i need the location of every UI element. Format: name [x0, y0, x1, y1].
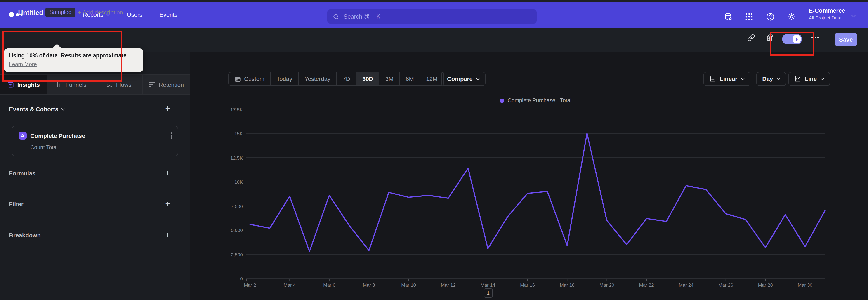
range-custom[interactable]: Custom: [229, 72, 271, 86]
y-axis-tick-label: 12.5K: [216, 155, 243, 160]
settings-gear-icon[interactable]: [786, 11, 797, 22]
tab-label: Funnels: [66, 81, 87, 88]
x-axis-tick-label: Mar 22: [639, 282, 654, 288]
interval-dropdown[interactable]: Day: [756, 72, 786, 86]
event-metric[interactable]: Count Total: [30, 144, 58, 151]
chevron-down-icon[interactable]: [852, 13, 855, 17]
tab-label: Retention: [159, 81, 184, 88]
top-navigation-bar: Boards Reports Users Events E-Commerce A…: [0, 2, 868, 28]
more-options-icon[interactable]: [811, 37, 819, 38]
legend-label: Complete Purchase - Total: [508, 97, 571, 103]
compare-dropdown[interactable]: Compare: [441, 72, 486, 86]
add-formula-button[interactable]: +: [163, 168, 173, 178]
compare-label: Compare: [447, 76, 473, 82]
save-button[interactable]: Save: [835, 33, 857, 46]
toggle-knob: [793, 35, 801, 43]
events-cohorts-header[interactable]: Events & Cohorts: [9, 106, 65, 113]
nav-item-events[interactable]: Events: [159, 11, 178, 18]
line-chart-icon: [794, 76, 801, 82]
flows-icon: [106, 81, 113, 88]
x-axis-tick-label: Mar 24: [679, 282, 693, 288]
copy-link-icon[interactable]: [746, 33, 756, 42]
range-label: Today: [277, 76, 292, 82]
range-6m[interactable]: 6M: [400, 72, 420, 86]
y-axis-tick-label: 5,000: [216, 228, 243, 233]
sampling-tooltip: Using 10% of data. Results are approxima…: [4, 49, 143, 72]
x-axis-tick-label: Mar 30: [798, 282, 812, 288]
sampled-badge[interactable]: Sampled: [45, 8, 76, 17]
date-range-segmented-control: Custom Today Yesterday 7D 30D 3M 6M 12M: [228, 72, 444, 86]
y-axis-tick-label: 2,500: [216, 251, 243, 257]
x-axis-tick-label: Mar 10: [401, 282, 416, 288]
tab-flows[interactable]: Flows: [95, 74, 143, 94]
range-7d[interactable]: 7D: [337, 72, 356, 86]
x-axis-tick-label: Mar 12: [441, 282, 456, 288]
breakdown-section-label: Breakdown: [9, 232, 41, 239]
chart-panel: Custom Today Yesterday 7D 30D 3M 6M 12M …: [190, 53, 868, 300]
x-axis-tick-label: Mar 16: [520, 282, 535, 288]
scale-label: Linear: [720, 76, 737, 82]
add-description-field[interactable]: + Add description...: [78, 9, 128, 16]
query-sidebar: Insights Funnels Flows Retention Events …: [0, 53, 190, 300]
range-label: 7D: [343, 76, 350, 82]
x-axis-tick-label: Mar 6: [323, 282, 336, 288]
chevron-down-icon: [476, 76, 480, 80]
event-kebab-menu-icon[interactable]: [171, 132, 172, 139]
pagination-page-1[interactable]: 1: [484, 289, 493, 298]
retention-icon: [149, 81, 156, 88]
range-label: 6M: [406, 76, 414, 82]
x-axis-tick-label: Mar 2: [244, 282, 256, 288]
header-divider: [829, 33, 829, 45]
range-yesterday[interactable]: Yesterday: [299, 72, 337, 86]
event-name: Complete Purchase: [30, 132, 85, 139]
chevron-down-icon: [61, 107, 65, 110]
chart-type-dropdown[interactable]: Line: [788, 72, 830, 86]
search-bar[interactable]: [327, 9, 537, 24]
tooltip-text: Using 10% of data. Results are approxima…: [9, 52, 138, 60]
y-axis-tick-label: 7,500: [216, 203, 243, 209]
nav-item-users[interactable]: Users: [127, 11, 142, 18]
tab-insights[interactable]: Insights: [0, 74, 48, 94]
add-filter-button[interactable]: +: [163, 199, 173, 209]
add-breakdown-button[interactable]: +: [163, 230, 173, 240]
project-selector[interactable]: E-Commerce All Project Data: [809, 7, 852, 20]
event-card[interactable]: A Complete Purchase Count Total: [12, 126, 178, 156]
legend-swatch: [500, 98, 504, 102]
range-12m[interactable]: 12M: [420, 72, 443, 86]
range-today[interactable]: Today: [271, 72, 299, 86]
help-icon[interactable]: [765, 11, 776, 22]
x-axis-tick-label: Mar 14: [480, 282, 495, 288]
search-input[interactable]: [343, 13, 516, 20]
scale-dropdown[interactable]: Linear: [704, 72, 750, 86]
nav-item-label: Events: [159, 11, 178, 18]
project-scope: All Project Data: [809, 15, 852, 20]
range-30d[interactable]: 30D: [356, 72, 379, 86]
report-title[interactable]: Untitled: [18, 8, 43, 16]
x-axis-tick-label: Mar 26: [718, 282, 733, 288]
range-label: 12M: [426, 76, 438, 82]
event-letter-badge: A: [19, 131, 27, 140]
report-type-tabs: Insights Funnels Flows Retention: [0, 74, 190, 95]
data-management-icon[interactable]: [723, 11, 734, 22]
y-axis-tick-label: 17.5K: [216, 107, 243, 112]
search-icon: [333, 13, 339, 20]
sampling-toggle[interactable]: [782, 34, 802, 44]
nav-item-label: Users: [127, 11, 142, 18]
x-axis-tick-label: Mar 18: [560, 282, 575, 288]
add-to-board-icon[interactable]: [765, 33, 775, 42]
range-label: Custom: [244, 76, 265, 82]
add-event-button[interactable]: +: [163, 103, 173, 114]
tab-funnels[interactable]: Funnels: [48, 74, 95, 94]
funnels-icon: [56, 81, 62, 88]
filter-section-label: Filter: [9, 201, 24, 208]
tab-retention[interactable]: Retention: [143, 74, 190, 94]
x-axis-tick-label: Mar 20: [599, 282, 614, 288]
y-axis-tick-label: 0: [216, 276, 243, 281]
learn-more-link[interactable]: Learn More: [9, 61, 37, 67]
range-3m[interactable]: 3M: [379, 72, 400, 86]
lightning-bolt-icon: [794, 37, 799, 41]
y-axis-tick-label: 15K: [216, 131, 243, 136]
range-label: 3M: [385, 76, 394, 82]
apps-grid-icon[interactable]: [744, 11, 754, 22]
chart-legend[interactable]: Complete Purchase - Total: [500, 97, 571, 103]
